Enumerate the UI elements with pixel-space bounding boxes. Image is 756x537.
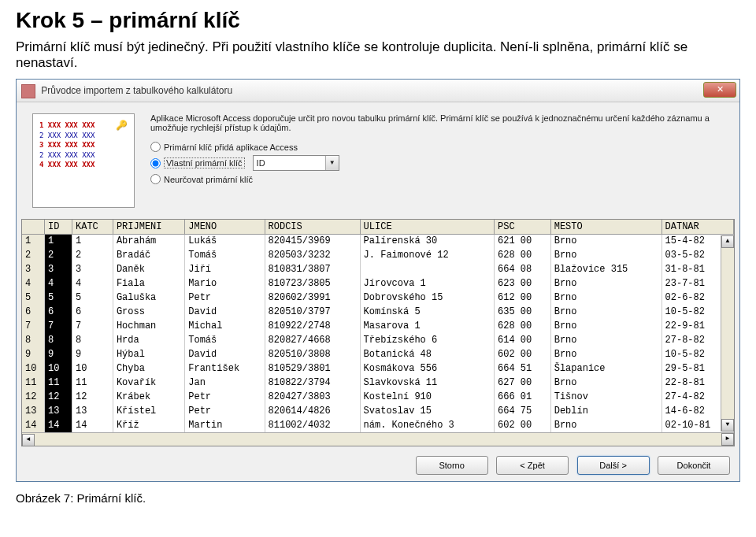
cell: Palírenská 30 xyxy=(360,234,494,248)
cell-id: 10 xyxy=(45,361,72,376)
row-header[interactable]: 13 xyxy=(22,404,45,418)
table-row[interactable]: 666GrossDavid820510/3797Komínská 5635 00… xyxy=(22,305,734,319)
radio-access-pk[interactable] xyxy=(150,142,161,152)
table-row[interactable]: 111111KovaříkJan810822/3794Slavkovská 11… xyxy=(22,376,734,390)
row-header[interactable]: 14 xyxy=(22,418,45,432)
cell: Dobrovského 15 xyxy=(360,291,494,305)
table-row[interactable]: 111AbrahámLukáš820415/3969Palírenská 306… xyxy=(22,234,734,248)
table-row[interactable]: 121212KrábekPetr820427/3803Kostelní 9106… xyxy=(22,390,734,404)
cell-id: 3 xyxy=(45,262,72,276)
column-header[interactable]: PSC xyxy=(495,220,551,234)
button-bar: Storno < Zpět Další > Dokončit xyxy=(17,450,739,481)
close-button[interactable]: ✕ xyxy=(703,82,736,98)
row-header[interactable]: 11 xyxy=(22,376,45,390)
column-header[interactable]: ID xyxy=(45,220,72,234)
intro-text: Primární klíč musí být jedinečný. Při po… xyxy=(16,39,740,71)
row-header[interactable]: 6 xyxy=(22,305,45,319)
table-row[interactable]: 131313KřístelPetr820614/4826Svatoslav 15… xyxy=(22,404,734,418)
cell: Šlapanice xyxy=(550,361,662,376)
cell: Brno xyxy=(550,418,662,432)
cell: František xyxy=(185,361,265,376)
row-header[interactable]: 3 xyxy=(22,262,45,276)
cell-id: 7 xyxy=(45,319,72,333)
cell: 628 00 xyxy=(495,319,551,333)
row-header[interactable]: 4 xyxy=(22,276,45,291)
vertical-scrollbar[interactable]: ▲ ▼ xyxy=(721,235,734,431)
row-header[interactable]: 9 xyxy=(22,347,45,361)
cell: 820602/3991 xyxy=(265,291,360,305)
cell: 10 xyxy=(72,361,113,376)
cell: Lukáš xyxy=(185,234,265,248)
column-header[interactable]: JMENO xyxy=(185,220,265,234)
cell: 5 xyxy=(72,291,113,305)
row-header[interactable]: 8 xyxy=(22,333,45,347)
scroll-up-icon[interactable]: ▲ xyxy=(721,235,734,248)
finish-button[interactable]: Dokončit xyxy=(658,456,730,475)
cell: 635 00 xyxy=(495,305,551,319)
next-button[interactable]: Další > xyxy=(577,456,650,475)
data-table: IDKATCPRIJMENIJMENORODCISULICEPSCMESTODA… xyxy=(22,220,734,432)
table-row[interactable]: 888HrdaTomáš820827/4668Třebízského 6614 … xyxy=(22,333,734,347)
cell-id: 8 xyxy=(45,333,72,347)
cell: 12 xyxy=(72,390,113,404)
cell: Kostelní 910 xyxy=(360,390,494,404)
column-header[interactable]: RODCIS xyxy=(265,220,360,234)
column-header[interactable]: DATNAR xyxy=(662,220,733,234)
cell: Svatoslav 15 xyxy=(360,404,494,418)
row-header[interactable]: 2 xyxy=(22,248,45,262)
row-header[interactable]: 7 xyxy=(22,319,45,333)
cell: 3 xyxy=(72,262,113,276)
scroll-left-icon[interactable]: ◄ xyxy=(22,434,35,446)
radio-label: Neurčovat primární klíč xyxy=(164,175,253,184)
column-header[interactable]: KATC xyxy=(72,220,113,234)
radio-no-pk[interactable] xyxy=(150,174,161,184)
row-header[interactable]: 1 xyxy=(22,234,45,248)
cell: 13 xyxy=(72,404,113,418)
horizontal-scrollbar[interactable]: ◄ ► xyxy=(22,432,734,446)
table-row[interactable]: 141414KřížMartin811002/4032nám. Konečnéh… xyxy=(22,418,734,432)
column-header[interactable]: PRIJMENI xyxy=(113,220,184,234)
table-row[interactable]: 555GaluškaPetr820602/3991Dobrovského 156… xyxy=(22,291,734,305)
row-header[interactable]: 5 xyxy=(22,291,45,305)
cell: Brno xyxy=(550,276,662,291)
cell: 664 08 xyxy=(495,262,551,276)
cell: David xyxy=(185,305,265,319)
table-row[interactable]: 999HýbalDavid820510/3808Botanická 48602 … xyxy=(22,347,734,361)
scroll-down-icon[interactable]: ▼ xyxy=(721,419,734,431)
table-row[interactable]: 444FialaMario810723/3805Jírovcova 1623 0… xyxy=(22,276,734,291)
cell: 2 xyxy=(72,248,113,262)
cell-id: 14 xyxy=(45,418,72,432)
table-row[interactable]: 777HochmanMichal810922/2748Masarova 1628… xyxy=(22,319,734,333)
cell: 602 00 xyxy=(495,418,551,432)
cell: 820503/3232 xyxy=(265,248,360,262)
table-row[interactable]: 333DaněkJiří810831/3807664 08Blažovice 3… xyxy=(22,262,734,276)
row-header[interactable]: 10 xyxy=(22,361,45,376)
pk-field-combo[interactable]: ID ▼ xyxy=(253,155,339,171)
cell-id: 1 xyxy=(45,234,72,248)
cell: Petr xyxy=(185,291,265,305)
back-button[interactable]: < Zpět xyxy=(496,456,569,475)
cell: 810822/3794 xyxy=(265,376,360,390)
cell: 612 00 xyxy=(495,291,551,305)
table-row[interactable]: 222BradáčTomáš820503/3232J. Faimonové 12… xyxy=(22,248,734,262)
column-header[interactable]: MESTO xyxy=(550,220,662,234)
cell: Masarova 1 xyxy=(360,319,494,333)
chevron-down-icon[interactable]: ▼ xyxy=(325,156,339,170)
cell: nám. Konečného 3 xyxy=(360,418,494,432)
cell: 7 xyxy=(72,319,113,333)
cell-id: 4 xyxy=(45,276,72,291)
cell: Hýbal xyxy=(113,347,184,361)
scroll-right-icon[interactable]: ► xyxy=(721,433,734,446)
radio-own-pk[interactable] xyxy=(150,158,161,169)
table-row[interactable]: 101010ChybaFrantišek810529/3801Kosmákova… xyxy=(22,361,734,376)
cell: 664 75 xyxy=(495,404,551,418)
illus-row: 1 XXX XXX XXX xyxy=(39,120,128,131)
illus-row: 3 XXX XXX XXX xyxy=(39,140,128,150)
cancel-button[interactable]: Storno xyxy=(416,456,488,475)
cell: Bradáč xyxy=(113,248,184,262)
row-header[interactable]: 12 xyxy=(22,390,45,404)
cell: 820427/3803 xyxy=(265,390,360,404)
cell: Hrda xyxy=(113,333,184,347)
cell: 810831/3807 xyxy=(265,262,360,276)
column-header[interactable]: ULICE xyxy=(360,220,494,234)
